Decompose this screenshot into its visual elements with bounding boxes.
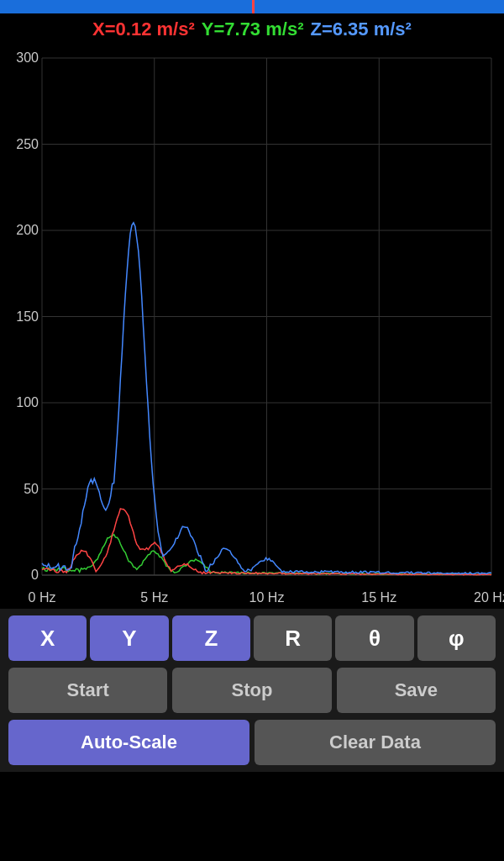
y-reading: Y=7.73 m/s² <box>202 18 304 40</box>
axis-btn-r[interactable]: R <box>254 615 332 661</box>
bottom-buttons-row: Auto-Scale Clear Data <box>8 720 496 765</box>
top-progress-bar <box>0 0 504 13</box>
sensor-readings: X=0.12 m/s² Y=7.73 m/s² Z=6.35 m/s² <box>0 13 504 45</box>
clear-data-button[interactable]: Clear Data <box>255 720 496 765</box>
axis-btn-x[interactable]: X <box>8 615 87 661</box>
frequency-chart <box>0 45 504 609</box>
top-bar-marker <box>252 0 255 13</box>
controls-panel: X Y Z R θ φ Start Stop Save Auto-Scale C… <box>0 609 504 772</box>
action-buttons-row: Start Stop Save <box>8 668 496 713</box>
stop-button[interactable]: Stop <box>172 668 331 713</box>
axis-btn-z[interactable]: Z <box>172 615 250 661</box>
axis-btn-phi[interactable]: φ <box>417 615 496 661</box>
start-button[interactable]: Start <box>8 668 167 713</box>
x-reading: X=0.12 m/s² <box>92 18 195 40</box>
chart-container <box>0 45 504 609</box>
z-reading: Z=6.35 m/s² <box>310 18 411 40</box>
axis-btn-y[interactable]: Y <box>90 615 168 661</box>
axis-btn-theta[interactable]: θ <box>335 615 413 661</box>
save-button[interactable]: Save <box>337 668 496 713</box>
axis-buttons-row: X Y Z R θ φ <box>8 615 496 661</box>
auto-scale-button[interactable]: Auto-Scale <box>8 720 249 765</box>
